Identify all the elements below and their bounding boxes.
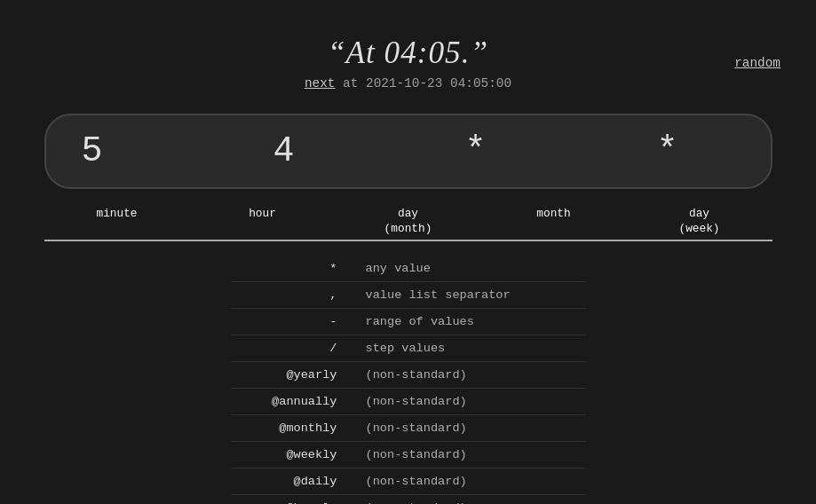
ref-description: any value bbox=[355, 256, 586, 282]
field-minute-label: minute bbox=[46, 207, 188, 222]
reference-table: *any value,value list separator-range of… bbox=[231, 256, 586, 504]
cron-input[interactable] bbox=[44, 114, 772, 189]
ref-symbol: @hourly bbox=[231, 495, 355, 504]
cron-title: “At 04:05.” bbox=[0, 35, 816, 71]
next-value: at 2021-10-23 04:05:00 bbox=[343, 76, 511, 91]
ref-description: range of values bbox=[355, 309, 586, 335]
ref-description: value list separator bbox=[355, 282, 586, 309]
ref-symbol: - bbox=[231, 309, 355, 335]
table-row: @hourly(non-standard) bbox=[231, 495, 586, 504]
ref-description: (non-standard) bbox=[355, 362, 586, 389]
ref-symbol: / bbox=[231, 335, 355, 362]
table-row: ,value list separator bbox=[231, 282, 586, 309]
field-day-week-sub: (week) bbox=[629, 222, 771, 237]
table-row: @daily(non-standard) bbox=[231, 469, 586, 495]
table-row: @monthly(non-standard) bbox=[231, 415, 586, 442]
field-day-month-label: day bbox=[337, 207, 479, 222]
ref-symbol: * bbox=[231, 256, 355, 282]
cron-input-container bbox=[44, 114, 772, 189]
ref-symbol: @monthly bbox=[231, 415, 355, 442]
field-day-week[interactable]: day (week) bbox=[627, 203, 772, 241]
next-line: next at 2021-10-23 04:05:00 bbox=[0, 76, 816, 91]
ref-symbol: @daily bbox=[231, 469, 355, 495]
ref-symbol: , bbox=[231, 282, 355, 309]
title-section: “At 04:05.” next at 2021-10-23 04:05:00 … bbox=[0, 35, 816, 91]
ref-description: (non-standard) bbox=[355, 442, 586, 469]
next-link[interactable]: next bbox=[305, 76, 336, 91]
random-button[interactable]: random bbox=[734, 56, 780, 70]
field-month[interactable]: month bbox=[481, 203, 627, 241]
ref-description: step values bbox=[355, 335, 586, 362]
field-day-month-sub: (month) bbox=[337, 222, 479, 237]
field-month-label: month bbox=[483, 207, 625, 222]
ref-symbol: @weekly bbox=[231, 442, 355, 469]
ref-symbol: @yearly bbox=[231, 362, 355, 389]
field-hour-label: hour bbox=[192, 207, 334, 222]
table-row: /step values bbox=[231, 335, 586, 362]
fields-row: minute hour day (month) month day (week) bbox=[44, 203, 772, 241]
ref-description: (non-standard) bbox=[355, 495, 586, 504]
ref-description: (non-standard) bbox=[355, 469, 586, 495]
field-day-month[interactable]: day (month) bbox=[336, 203, 481, 241]
ref-description: (non-standard) bbox=[355, 415, 586, 442]
field-minute[interactable]: minute bbox=[44, 203, 190, 241]
page-container: “At 04:05.” next at 2021-10-23 04:05:00 … bbox=[0, 0, 816, 504]
table-row: @yearly(non-standard) bbox=[231, 362, 586, 389]
field-hour[interactable]: hour bbox=[190, 203, 336, 241]
table-row: @weekly(non-standard) bbox=[231, 442, 586, 469]
ref-description: (non-standard) bbox=[355, 389, 586, 415]
ref-symbol: @annually bbox=[231, 389, 355, 415]
field-day-week-label: day bbox=[629, 207, 771, 222]
table-row: @annually(non-standard) bbox=[231, 389, 586, 415]
table-row: -range of values bbox=[231, 309, 586, 335]
table-row: *any value bbox=[231, 256, 586, 282]
